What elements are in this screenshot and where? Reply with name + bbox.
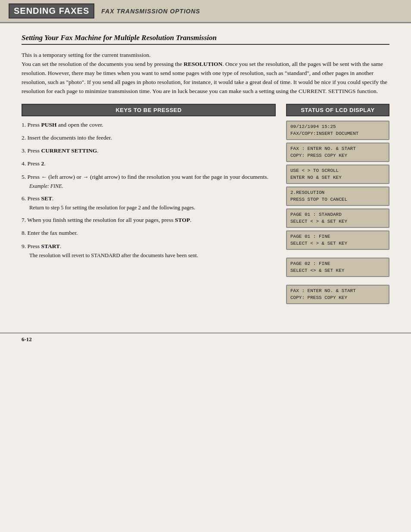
step-9-sub: The resolution will revert to STANDARD a… <box>29 252 276 259</box>
step-4-text: 4. Press 2. <box>22 160 46 167</box>
lcd-4-line-1: 2.RESOLUTION <box>290 189 385 196</box>
lcd-6-line-2: SELECT < > & SET KEY <box>290 240 385 247</box>
step-4: 4. Press 2. <box>22 159 276 168</box>
lcd-spacer-2 <box>286 280 389 285</box>
lcd-display-1: 09/12/1994 15:25 FAX/COPY:INSERT DOCUMEN… <box>286 121 389 140</box>
main-content: Setting Your Fax Machine for Multiple Re… <box>0 23 411 320</box>
lcd-2-line-2: COPY: PRESS COPY KEY <box>290 152 385 159</box>
keys-column: KEYS TO BE PRESSED 1. Press PUSH and ope… <box>22 104 276 307</box>
step-5: 5. Press ← (left arrow) or → (right arro… <box>22 173 276 190</box>
lcd-2-line-1: FAX : ENTER NO. & START <box>290 145 385 152</box>
intro-paragraph: This is a temporary setting for the curr… <box>22 51 389 96</box>
lcd-5-line-2: SELECT < > & SET KEY <box>290 218 385 225</box>
header-title-box: SENDING FAXES <box>9 3 94 19</box>
lcd-3-line-2: ENTER NO & SET KEY <box>290 174 385 181</box>
lcd-display-6: PAGE 01 : FINE SELECT < > & SET KEY <box>286 230 389 250</box>
step-3: 3. Press CURRENT SETTING. <box>22 146 276 155</box>
step-9: 9. Press START. The resolution will reve… <box>22 242 276 259</box>
step-5-sub: Example: FINE. <box>29 182 276 190</box>
lcd-8-line-2: COPY: PRESS COPY KEY <box>290 294 385 302</box>
lcd-8-line-1: FAX : ENTER NO. & START <box>290 287 385 295</box>
lcd-display-5: PAGE 01 : STANDARD SELECT < > & SET KEY <box>286 208 389 228</box>
intro-line-2: You can set the resolution of the docume… <box>22 61 387 94</box>
lcd-display-8: FAX : ENTER NO. & START COPY: PRESS COPY… <box>286 285 389 304</box>
page-header: SENDING FAXES FAX TRANSMISSION OPTIONS <box>0 0 411 23</box>
page-footer: 6-12 <box>0 333 411 343</box>
intro-line-1: This is a temporary setting for the curr… <box>22 52 151 58</box>
lcd-4-line-2: PRESS STOP TO CANCEL <box>290 196 385 203</box>
keys-column-header: KEYS TO BE PRESSED <box>22 104 276 116</box>
step-6-text: 6. Press SET. <box>22 195 53 202</box>
lcd-1-line-1: 09/12/1994 15:25 <box>290 123 385 131</box>
step-2: 2. Insert the documents into the feeder. <box>22 134 276 142</box>
step-1-num: 1. Press PUSH and open the cover. <box>22 121 103 128</box>
lcd-1-line-2: FAX/COPY:INSERT DOCUMENT <box>290 130 385 137</box>
step-5-text: 5. Press ← (left arrow) or → (right arro… <box>22 174 268 180</box>
step-1: 1. Press PUSH and open the cover. <box>22 121 276 129</box>
step-7: 7. When you finish setting the resolutio… <box>22 216 276 224</box>
lcd-6-line-1: PAGE 01 : FINE <box>290 233 385 240</box>
header-title: SENDING FAXES <box>14 6 89 16</box>
lcd-display-7: PAGE 02 : FINE SELECT <> & SET KEY <box>286 258 389 277</box>
status-column: STATUS OF LCD DISPLAY 09/12/1994 15:25 F… <box>286 104 389 307</box>
step-8-text: 8. Enter the fax number. <box>22 230 78 236</box>
lcd-5-line-1: PAGE 01 : STANDARD <box>290 211 385 218</box>
step-7-text: 7. When you finish setting the resolutio… <box>22 217 191 223</box>
step-6-sub: Return to step 5 for setting the resolut… <box>29 204 276 212</box>
step-9-text: 9. Press START. <box>22 243 61 249</box>
step-8: 8. Enter the fax number. <box>22 229 276 237</box>
lcd-3-line-1: USE < > TO SCROLL <box>290 167 385 174</box>
header-subtitle: FAX TRANSMISSION OPTIONS <box>101 8 200 15</box>
lcd-spacer-1 <box>286 252 389 258</box>
step-6: 6. Press SET. Return to step 5 for setti… <box>22 194 276 212</box>
page-number: 6-12 <box>22 336 32 342</box>
status-column-header: STATUS OF LCD DISPLAY <box>286 104 389 116</box>
lcd-7-line-1: PAGE 02 : FINE <box>290 260 385 268</box>
lcd-display-3: USE < > TO SCROLL ENTER NO & SET KEY <box>286 165 389 184</box>
lcd-display-2: FAX : ENTER NO. & START COPY: PRESS COPY… <box>286 143 389 162</box>
section-title: Setting Your Fax Machine for Multiple Re… <box>22 34 389 45</box>
lcd-7-line-2: SELECT <> & SET KEY <box>290 267 385 274</box>
lcd-display-4: 2.RESOLUTION PRESS STOP TO CANCEL <box>286 187 389 206</box>
two-column-layout: KEYS TO BE PRESSED 1. Press PUSH and ope… <box>22 104 389 307</box>
step-3-text: 3. Press CURRENT SETTING. <box>22 147 99 154</box>
step-2-text: 2. Insert the documents into the feeder. <box>22 134 112 141</box>
